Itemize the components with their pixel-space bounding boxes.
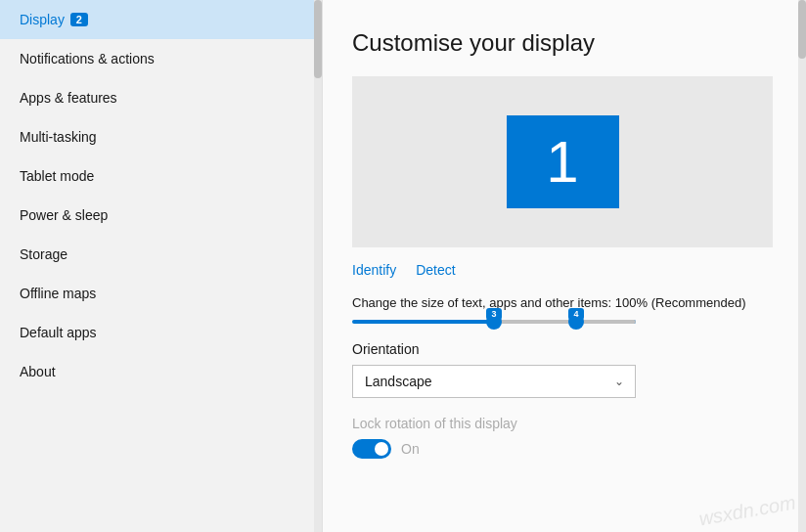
- slider-thumb-right[interactable]: 4: [568, 314, 584, 330]
- sidebar-item-display-label: Display: [20, 12, 65, 27]
- monitor-links: Identify Detect: [352, 262, 777, 278]
- sidebar-item-storage-label: Storage: [20, 246, 67, 262]
- sidebar-item-apps-features[interactable]: Apps & features: [0, 78, 322, 117]
- sidebar-item-offline-maps-label: Offline maps: [20, 286, 96, 301]
- sidebar-item-default-apps-label: Default apps: [20, 325, 97, 340]
- monitor-box: 1: [507, 115, 619, 208]
- sidebar-item-multitasking-label: Multi-tasking: [20, 129, 97, 145]
- sidebar-scrollbar[interactable]: [314, 0, 322, 532]
- monitor-number: 1: [546, 128, 578, 196]
- lock-rotation-label: Lock rotation of this display: [352, 416, 777, 431]
- page-title: Customise your display: [352, 29, 777, 57]
- sidebar-item-about[interactable]: About: [0, 352, 322, 391]
- scale-label: Change the size of text, apps and other …: [352, 295, 777, 310]
- slider-track: 3 4: [352, 320, 636, 324]
- toggle-text: On: [401, 441, 420, 457]
- content-scrollbar-thumb[interactable]: [798, 0, 806, 59]
- orientation-select-wrapper[interactable]: Landscape Portrait Landscape (flipped) P…: [352, 365, 636, 398]
- toggle-knob: [375, 442, 388, 456]
- main-content: Customise your display 1 Identify Detect…: [323, 0, 806, 532]
- content-scrollbar[interactable]: [798, 0, 806, 532]
- orientation-label: Orientation: [352, 341, 777, 357]
- sidebar: Display 2 Notifications & actions Apps &…: [0, 0, 323, 532]
- sidebar-item-storage[interactable]: Storage: [0, 235, 322, 274]
- sidebar-item-power-sleep-label: Power & sleep: [20, 207, 108, 223]
- sidebar-item-display-badge: 2: [70, 13, 88, 26]
- toggle-row: On: [352, 439, 777, 459]
- sidebar-item-apps-features-label: Apps & features: [20, 90, 117, 106]
- detect-link[interactable]: Detect: [416, 262, 455, 278]
- orientation-select[interactable]: Landscape Portrait Landscape (flipped) P…: [352, 365, 636, 398]
- sidebar-item-power-sleep[interactable]: Power & sleep: [0, 196, 322, 235]
- scale-slider-container[interactable]: 3 4: [352, 320, 636, 324]
- sidebar-item-default-apps[interactable]: Default apps: [0, 313, 322, 352]
- sidebar-item-notifications-label: Notifications & actions: [20, 51, 155, 66]
- sidebar-item-tablet-mode-label: Tablet mode: [20, 168, 94, 184]
- slider-track-right: [494, 320, 636, 324]
- sidebar-item-multitasking[interactable]: Multi-tasking: [0, 117, 322, 156]
- sidebar-item-notifications[interactable]: Notifications & actions: [0, 39, 322, 78]
- slider-badge-left: 3: [486, 308, 502, 320]
- bottom-watermark: wsxdn.com: [697, 491, 798, 530]
- slider-thumb-left[interactable]: 3: [486, 314, 502, 330]
- sidebar-item-offline-maps[interactable]: Offline maps: [0, 274, 322, 313]
- identify-link[interactable]: Identify: [352, 262, 396, 278]
- sidebar-item-about-label: About: [20, 364, 56, 379]
- lock-rotation-toggle[interactable]: [352, 439, 391, 459]
- monitor-preview: 1: [352, 76, 773, 247]
- sidebar-scrollbar-thumb[interactable]: [314, 0, 322, 78]
- sidebar-item-tablet-mode[interactable]: Tablet mode: [0, 156, 322, 196]
- sidebar-item-display[interactable]: Display 2: [0, 0, 322, 39]
- slider-badge-right: 4: [568, 308, 584, 320]
